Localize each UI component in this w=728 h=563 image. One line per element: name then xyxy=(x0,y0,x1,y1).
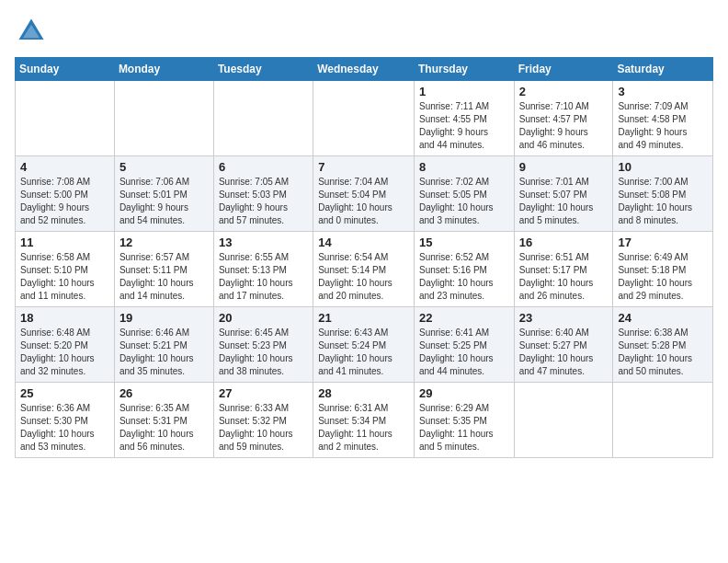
day-number: 2 xyxy=(519,85,609,98)
day-detail: Sunrise: 7:05 AM Sunset: 5:03 PM Dayligh… xyxy=(219,176,308,227)
day-number: 25 xyxy=(20,386,109,400)
day-number: 24 xyxy=(618,311,708,325)
calendar-cell: 3Sunrise: 7:09 AM Sunset: 4:58 PM Daylig… xyxy=(613,81,713,156)
day-detail: Sunrise: 6:58 AM Sunset: 5:10 PM Dayligh… xyxy=(20,251,109,303)
day-number: 18 xyxy=(20,311,109,325)
day-number: 19 xyxy=(119,311,209,325)
day-number: 27 xyxy=(219,386,308,400)
day-number: 29 xyxy=(419,386,509,400)
calendar-cell: 18Sunrise: 6:48 AM Sunset: 5:20 PM Dayli… xyxy=(16,307,115,383)
day-number: 5 xyxy=(119,160,209,174)
day-number: 20 xyxy=(219,311,308,325)
day-number: 23 xyxy=(519,311,609,325)
day-detail: Sunrise: 6:48 AM Sunset: 5:20 PM Dayligh… xyxy=(20,327,109,378)
day-detail: Sunrise: 6:35 AM Sunset: 5:31 PM Dayligh… xyxy=(119,402,209,454)
calendar-cell: 16Sunrise: 6:51 AM Sunset: 5:17 PM Dayli… xyxy=(514,232,613,307)
day-detail: Sunrise: 6:36 AM Sunset: 5:30 PM Dayligh… xyxy=(20,402,109,454)
calendar-week-3: 11Sunrise: 6:58 AM Sunset: 5:10 PM Dayli… xyxy=(16,232,713,307)
day-detail: Sunrise: 6:29 AM Sunset: 5:35 PM Dayligh… xyxy=(419,402,509,454)
calendar-cell: 10Sunrise: 7:00 AM Sunset: 5:08 PM Dayli… xyxy=(613,156,713,232)
day-detail: Sunrise: 6:41 AM Sunset: 5:25 PM Dayligh… xyxy=(419,327,509,378)
calendar-cell: 17Sunrise: 6:49 AM Sunset: 5:18 PM Dayli… xyxy=(613,232,713,307)
day-detail: Sunrise: 6:33 AM Sunset: 5:32 PM Dayligh… xyxy=(219,402,308,454)
day-number: 12 xyxy=(119,236,209,249)
day-number: 6 xyxy=(219,160,308,174)
calendar-cell xyxy=(514,383,613,458)
calendar-cell: 22Sunrise: 6:41 AM Sunset: 5:25 PM Dayli… xyxy=(414,307,514,383)
day-detail: Sunrise: 7:01 AM Sunset: 5:07 PM Dayligh… xyxy=(519,176,609,227)
calendar-cell: 5Sunrise: 7:06 AM Sunset: 5:01 PM Daylig… xyxy=(114,156,213,232)
day-number: 26 xyxy=(119,386,209,400)
calendar-cell: 15Sunrise: 6:52 AM Sunset: 5:16 PM Dayli… xyxy=(414,232,514,307)
calendar-cell: 1Sunrise: 7:11 AM Sunset: 4:55 PM Daylig… xyxy=(414,81,514,156)
day-number: 7 xyxy=(318,160,409,174)
logo xyxy=(15,15,51,48)
day-detail: Sunrise: 7:04 AM Sunset: 5:04 PM Dayligh… xyxy=(318,176,409,227)
day-number: 28 xyxy=(318,386,409,400)
day-number: 1 xyxy=(419,85,509,98)
calendar-header-wednesday: Wednesday xyxy=(313,58,415,81)
calendar-header-row: SundayMondayTuesdayWednesdayThursdayFrid… xyxy=(16,58,713,81)
calendar-cell: 11Sunrise: 6:58 AM Sunset: 5:10 PM Dayli… xyxy=(16,232,115,307)
calendar-cell: 20Sunrise: 6:45 AM Sunset: 5:23 PM Dayli… xyxy=(213,307,313,383)
calendar-cell xyxy=(213,81,313,156)
calendar-cell xyxy=(613,383,713,458)
day-detail: Sunrise: 7:09 AM Sunset: 4:58 PM Dayligh… xyxy=(618,100,708,152)
day-number: 17 xyxy=(618,236,708,249)
day-detail: Sunrise: 6:45 AM Sunset: 5:23 PM Dayligh… xyxy=(219,327,308,378)
day-number: 13 xyxy=(219,236,308,249)
day-detail: Sunrise: 6:52 AM Sunset: 5:16 PM Dayligh… xyxy=(419,251,509,303)
page-header xyxy=(15,15,713,48)
calendar-cell: 28Sunrise: 6:31 AM Sunset: 5:34 PM Dayli… xyxy=(313,383,415,458)
day-detail: Sunrise: 6:43 AM Sunset: 5:24 PM Dayligh… xyxy=(318,327,409,378)
calendar-cell xyxy=(114,81,213,156)
calendar-cell: 26Sunrise: 6:35 AM Sunset: 5:31 PM Dayli… xyxy=(114,383,213,458)
calendar-cell: 24Sunrise: 6:38 AM Sunset: 5:28 PM Dayli… xyxy=(613,307,713,383)
day-detail: Sunrise: 7:10 AM Sunset: 4:57 PM Dayligh… xyxy=(519,100,609,152)
day-detail: Sunrise: 6:31 AM Sunset: 5:34 PM Dayligh… xyxy=(318,402,409,454)
day-number: 16 xyxy=(519,236,609,249)
calendar-cell: 2Sunrise: 7:10 AM Sunset: 4:57 PM Daylig… xyxy=(514,81,613,156)
calendar-header-monday: Monday xyxy=(114,58,213,81)
day-detail: Sunrise: 7:00 AM Sunset: 5:08 PM Dayligh… xyxy=(618,176,708,227)
day-number: 9 xyxy=(519,160,609,174)
calendar-week-5: 25Sunrise: 6:36 AM Sunset: 5:30 PM Dayli… xyxy=(16,383,713,458)
calendar-cell: 6Sunrise: 7:05 AM Sunset: 5:03 PM Daylig… xyxy=(213,156,313,232)
calendar-header-thursday: Thursday xyxy=(414,58,514,81)
calendar-cell xyxy=(313,81,415,156)
calendar-table: SundayMondayTuesdayWednesdayThursdayFrid… xyxy=(15,57,713,458)
calendar-cell: 14Sunrise: 6:54 AM Sunset: 5:14 PM Dayli… xyxy=(313,232,415,307)
calendar-cell: 21Sunrise: 6:43 AM Sunset: 5:24 PM Dayli… xyxy=(313,307,415,383)
day-detail: Sunrise: 6:38 AM Sunset: 5:28 PM Dayligh… xyxy=(618,327,708,378)
day-number: 11 xyxy=(20,236,109,249)
calendar-cell: 29Sunrise: 6:29 AM Sunset: 5:35 PM Dayli… xyxy=(414,383,514,458)
day-number: 22 xyxy=(419,311,509,325)
calendar-week-2: 4Sunrise: 7:08 AM Sunset: 5:00 PM Daylig… xyxy=(16,156,713,232)
day-number: 8 xyxy=(419,160,509,174)
day-number: 3 xyxy=(618,85,708,98)
calendar-cell: 9Sunrise: 7:01 AM Sunset: 5:07 PM Daylig… xyxy=(514,156,613,232)
calendar-cell: 19Sunrise: 6:46 AM Sunset: 5:21 PM Dayli… xyxy=(114,307,213,383)
calendar-week-4: 18Sunrise: 6:48 AM Sunset: 5:20 PM Dayli… xyxy=(16,307,713,383)
calendar-cell: 12Sunrise: 6:57 AM Sunset: 5:11 PM Dayli… xyxy=(114,232,213,307)
calendar-cell: 8Sunrise: 7:02 AM Sunset: 5:05 PM Daylig… xyxy=(414,156,514,232)
calendar-week-1: 1Sunrise: 7:11 AM Sunset: 4:55 PM Daylig… xyxy=(16,81,713,156)
calendar-cell: 23Sunrise: 6:40 AM Sunset: 5:27 PM Dayli… xyxy=(514,307,613,383)
day-detail: Sunrise: 6:57 AM Sunset: 5:11 PM Dayligh… xyxy=(119,251,209,303)
day-detail: Sunrise: 6:51 AM Sunset: 5:17 PM Dayligh… xyxy=(519,251,609,303)
calendar-cell: 7Sunrise: 7:04 AM Sunset: 5:04 PM Daylig… xyxy=(313,156,415,232)
day-detail: Sunrise: 6:54 AM Sunset: 5:14 PM Dayligh… xyxy=(318,251,409,303)
calendar-cell: 13Sunrise: 6:55 AM Sunset: 5:13 PM Dayli… xyxy=(213,232,313,307)
day-detail: Sunrise: 6:46 AM Sunset: 5:21 PM Dayligh… xyxy=(119,327,209,378)
day-number: 4 xyxy=(20,160,109,174)
calendar-header-sunday: Sunday xyxy=(16,58,115,81)
day-number: 15 xyxy=(419,236,509,249)
day-number: 21 xyxy=(318,311,409,325)
calendar-cell: 27Sunrise: 6:33 AM Sunset: 5:32 PM Dayli… xyxy=(213,383,313,458)
day-detail: Sunrise: 6:49 AM Sunset: 5:18 PM Dayligh… xyxy=(618,251,708,303)
calendar-cell: 4Sunrise: 7:08 AM Sunset: 5:00 PM Daylig… xyxy=(16,156,115,232)
day-number: 10 xyxy=(618,160,708,174)
day-number: 14 xyxy=(318,236,409,249)
calendar-header-friday: Friday xyxy=(514,58,613,81)
calendar-cell xyxy=(16,81,115,156)
